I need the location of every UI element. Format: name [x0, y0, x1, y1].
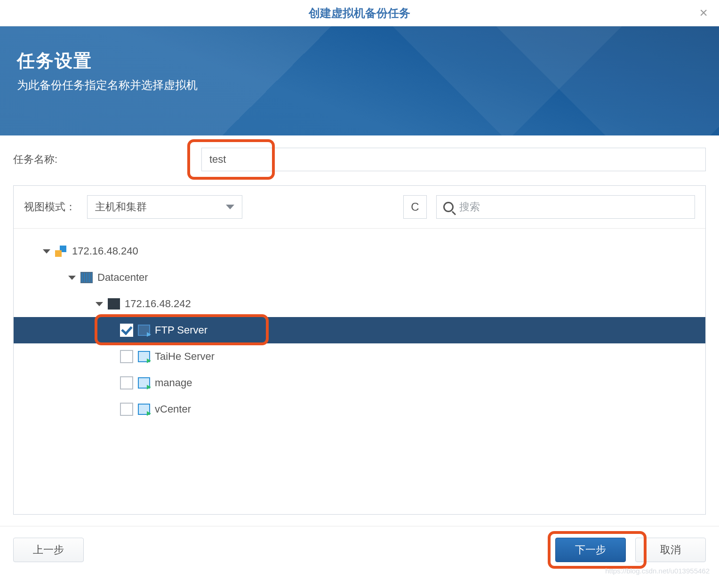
vm-checkbox[interactable]	[120, 376, 133, 389]
watermark: https://blog.csdn.net/u013955462	[605, 567, 710, 575]
tree-node-vm[interactable]: TaiHe Server	[21, 343, 698, 370]
vm-checkbox[interactable]	[120, 324, 133, 337]
tree-node-label: Datacenter	[97, 271, 148, 284]
vm-icon	[138, 404, 150, 415]
tree-node-label: manage	[155, 377, 192, 389]
datacenter-icon	[80, 272, 93, 283]
search-input[interactable]	[459, 201, 688, 213]
prev-button[interactable]: 上一步	[13, 538, 84, 562]
search-icon	[443, 202, 454, 212]
close-icon[interactable]: ×	[699, 5, 708, 21]
vm-tree-panel: 视图模式： 主机和集群 C 172.16.48.240	[13, 185, 706, 515]
tree-toolbar: 视图模式： 主机和集群 C	[14, 186, 705, 229]
expand-icon[interactable]	[96, 302, 103, 306]
view-mode-select[interactable]: 主机和集群	[87, 195, 242, 219]
tree-node-vm[interactable]: vCenter	[21, 396, 698, 422]
tree-node-host[interactable]: 172.16.48.242	[21, 291, 698, 317]
wizard-subtitle: 为此备份任务指定名称并选择虚拟机	[17, 78, 702, 93]
vm-tree: 172.16.48.240 Datacenter 172.16.48.242 F…	[14, 229, 705, 432]
expand-icon[interactable]	[68, 276, 76, 280]
tree-node-vm[interactable]: manage	[21, 370, 698, 396]
chevron-down-icon	[226, 205, 234, 209]
next-button[interactable]: 下一步	[555, 538, 626, 562]
vm-icon	[138, 325, 150, 336]
task-name-row: 任务名称:	[13, 135, 706, 185]
refresh-button[interactable]: C	[403, 195, 427, 219]
tree-node-label: 172.16.48.240	[72, 245, 138, 257]
refresh-icon: C	[411, 200, 419, 214]
wizard-footer: 上一步 下一步 取消 https://blog.csdn.net/u013955…	[0, 526, 719, 573]
vm-checkbox[interactable]	[120, 403, 133, 416]
vcenter-icon	[55, 246, 67, 257]
tree-node-vm[interactable]: FTP Server	[14, 317, 705, 343]
dialog-titlebar: 创建虚拟机备份任务 ×	[0, 0, 719, 26]
tree-node-label: FTP Server	[155, 324, 208, 336]
wizard-heading: 任务设置	[17, 49, 702, 73]
vm-icon	[138, 377, 150, 389]
tree-node-label: 172.16.48.242	[125, 298, 191, 310]
view-mode-value: 主机和集群	[95, 200, 147, 214]
view-mode-label: 视图模式：	[24, 200, 76, 214]
tree-node-label: vCenter	[155, 403, 191, 415]
expand-icon[interactable]	[43, 249, 50, 254]
tree-node-label: TaiHe Server	[155, 350, 215, 363]
task-name-label: 任务名称:	[13, 152, 201, 167]
search-box[interactable]	[436, 195, 695, 219]
vm-checkbox[interactable]	[120, 350, 133, 363]
wizard-header: 任务设置 为此备份任务指定名称并选择虚拟机	[0, 26, 719, 135]
dialog-title: 创建虚拟机备份任务	[309, 6, 410, 21]
cancel-button[interactable]: 取消	[635, 538, 706, 562]
host-icon	[108, 298, 120, 310]
tree-node-datacenter[interactable]: Datacenter	[21, 264, 698, 291]
task-name-input[interactable]	[201, 148, 706, 171]
tree-node-vcenter[interactable]: 172.16.48.240	[21, 238, 698, 264]
vm-icon	[138, 351, 150, 362]
